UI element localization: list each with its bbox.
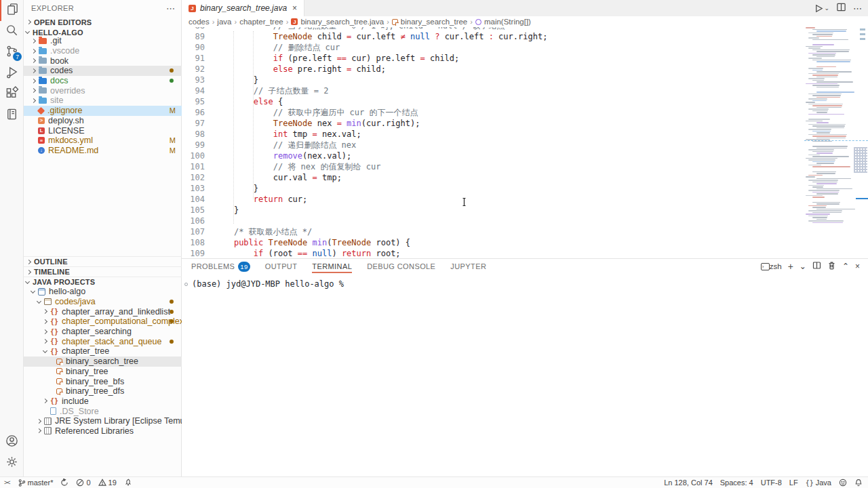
status-warnings[interactable]: 19 [98, 479, 117, 487]
file-row-site[interactable]: site [24, 96, 182, 106]
java-tree-item[interactable]: {}chapter_tree [24, 346, 182, 357]
breadcrumb-item[interactable]: binary_search_tree [392, 18, 467, 26]
more-actions-icon[interactable]: ⋯ [166, 3, 176, 14]
java-tree-item[interactable]: {}include [24, 396, 182, 407]
file-row-readme-md[interactable]: ↓README.mdM [24, 146, 182, 156]
code-line[interactable]: 103 } [182, 183, 547, 194]
code-line[interactable]: 98 int tmp = nex.val; [182, 129, 547, 140]
activity-item-run-and-debug[interactable] [0, 63, 24, 84]
panel-tab-debug-console[interactable]: DEBUG CONSOLE [367, 259, 435, 274]
java-tree-item[interactable]: JRE System Library [Eclipse Temurin 17 [… [24, 416, 182, 426]
file-row-codes[interactable]: codes [24, 66, 182, 76]
breadcrumb-item[interactable]: java [217, 18, 231, 26]
section-open-editors[interactable]: OPEN EDITORS [24, 17, 181, 27]
code-line[interactable]: 104 return cur; [182, 194, 547, 205]
breadcrumb-item[interactable]: codes [189, 18, 210, 26]
status-spaces-4[interactable]: Spaces: 4 [720, 479, 753, 487]
plus-icon[interactable]: + [788, 261, 793, 272]
close-icon[interactable]: × [855, 262, 860, 271]
code-line[interactable]: 93 } [182, 75, 547, 85]
file-row--gitignore[interactable]: .gitignoreM [24, 106, 182, 116]
code-line[interactable]: 89 TreeNode child = cur.left ≠ null ? cu… [182, 31, 547, 42]
file-row-docs[interactable]: docs [24, 76, 182, 86]
file-row-book[interactable]: book [24, 56, 182, 66]
terminal[interactable]: (base) jyd@JYD-MBP hello-algo % [184, 279, 344, 289]
status-rocket[interactable] [124, 479, 132, 487]
java-tree-item[interactable]: binary_tree [24, 367, 182, 377]
java-tree-item[interactable]: {}chapter_stack_and_queue [24, 336, 182, 346]
section-java-projects[interactable]: JAVA PROJECTS [24, 277, 182, 287]
file-row-license[interactable]: LLICENSE [24, 125, 182, 136]
panel-tab-jupyter[interactable]: JUPYTER [450, 259, 486, 274]
status-remote-window[interactable]: >< [4, 479, 10, 486]
more-actions-icon[interactable]: ⋯ [853, 3, 863, 14]
panel-tab-output[interactable]: OUTPUT [265, 259, 298, 274]
code-line[interactable]: 99 // 递归删除结点 nex [182, 140, 547, 150]
java-tree-item[interactable]: binary_search_tree [24, 357, 182, 367]
status-braces[interactable]: {}Java [806, 479, 831, 487]
activity-item-extensions[interactable] [0, 84, 24, 105]
status-lf[interactable]: LF [789, 479, 798, 487]
breadcrumb-item[interactable]: main(String[]) [475, 18, 531, 26]
status-ln-128-col-74[interactable]: Ln 128, Col 74 [664, 479, 713, 487]
java-tree-item[interactable]: {}chapter_computational_complexity [24, 317, 182, 327]
minimap[interactable] [804, 27, 859, 258]
status-bell[interactable] [854, 479, 863, 487]
code-line[interactable]: 108 public TreeNode min(TreeNode root) { [182, 237, 547, 248]
status-utf-8[interactable]: UTF-8 [761, 479, 782, 487]
split-editor-icon[interactable] [836, 2, 846, 15]
java-tree-item[interactable]: {}chapter_searching [24, 327, 182, 337]
breadcrumb-item[interactable]: Jbinary_search_tree.java [291, 18, 384, 26]
java-tree-item[interactable]: codes/java [24, 297, 182, 307]
java-tree-item[interactable]: hello-algo [24, 287, 182, 297]
activity-item-settings[interactable] [0, 453, 24, 474]
code-line[interactable]: 91 if (pre.left == cur) pre.left = child… [182, 53, 547, 64]
activity-item-source-control[interactable]: 7 [0, 42, 24, 63]
java-tree-item[interactable]: .DS_Store [24, 406, 182, 416]
java-tree-item[interactable]: Referenced Libraries [24, 426, 182, 436]
code-line[interactable]: 92 else pre.right = child; [182, 64, 547, 75]
file-row-deploy-sh[interactable]: >deploy.sh [24, 116, 182, 126]
split-icon[interactable] [812, 261, 821, 272]
java-tree-item[interactable]: {}chapter_array_and_linkedlist [24, 306, 182, 317]
java-tree-item[interactable]: binary_tree_bfs [24, 376, 182, 386]
breadcrumb-item[interactable]: chapter_tree [239, 18, 283, 26]
activity-item-account[interactable] [0, 432, 24, 453]
code-line[interactable]: 109 if (root == null) return root; [182, 248, 547, 258]
activity-item-notebook[interactable] [0, 105, 24, 126]
section-timeline[interactable]: TIMELINE [24, 266, 182, 277]
file-row--git[interactable]: .git [24, 36, 182, 46]
file-row-overrides[interactable]: overrides [24, 85, 182, 96]
activity-item-search[interactable] [0, 21, 24, 42]
code-line[interactable]: 102 cur.val = tmp; [182, 172, 547, 183]
status-sync[interactable] [60, 479, 68, 487]
file-row--vscode[interactable]: .vscode [24, 46, 182, 56]
file-row-mkdocs-yml[interactable]: ≡mkdocs.ymlM [24, 136, 182, 146]
code-line[interactable]: 106 [182, 216, 547, 226]
code-line[interactable]: 107 /* 获取最小结点 */ [182, 226, 547, 237]
status-git-branch[interactable]: master* [18, 479, 54, 487]
panel-tab-problems[interactable]: PROBLEMS19 [191, 259, 250, 274]
trash-icon[interactable] [827, 261, 836, 272]
code-line[interactable]: 96 // 获取中序遍历中 cur 的下一个结点 [182, 107, 547, 118]
section-outline[interactable]: OUTLINE [24, 256, 182, 266]
code-line[interactable]: 105 } [182, 205, 547, 216]
activity-item-explorer[interactable] [0, 0, 24, 21]
code-editor[interactable]: 88 // 当子结点数量 = 0 / 1 时, child = null / 该… [182, 27, 868, 258]
chevron-down-icon[interactable]: ⌄ [800, 262, 806, 271]
run-button[interactable]: ⌄ [814, 3, 829, 14]
code-line[interactable]: 100 remove(nex.val); [182, 150, 547, 161]
java-tree-item[interactable]: binary_tree_dfs [24, 386, 182, 396]
code-line[interactable]: 90 // 删除结点 cur [182, 42, 547, 53]
terminal-shell-selector[interactable]: ›zsh [761, 262, 782, 270]
code-line[interactable]: 95 else { [182, 96, 547, 107]
tab-binary-search-tree[interactable]: J binary_search_tree.java × [182, 0, 304, 16]
chevron-up-icon[interactable]: ⌃ [842, 262, 849, 271]
close-icon[interactable]: × [291, 3, 298, 13]
code-line[interactable]: 101 // 将 nex 的值复制给 cur [182, 161, 547, 172]
panel-tab-terminal[interactable]: TERMINAL [312, 259, 352, 274]
status-feedback[interactable] [839, 479, 847, 487]
status-errors[interactable]: 0 [76, 479, 90, 487]
code-line[interactable]: 97 TreeNode nex = min(cur.right); [182, 118, 547, 129]
code-line[interactable]: 94 // 子结点数量 = 2 [182, 85, 547, 96]
